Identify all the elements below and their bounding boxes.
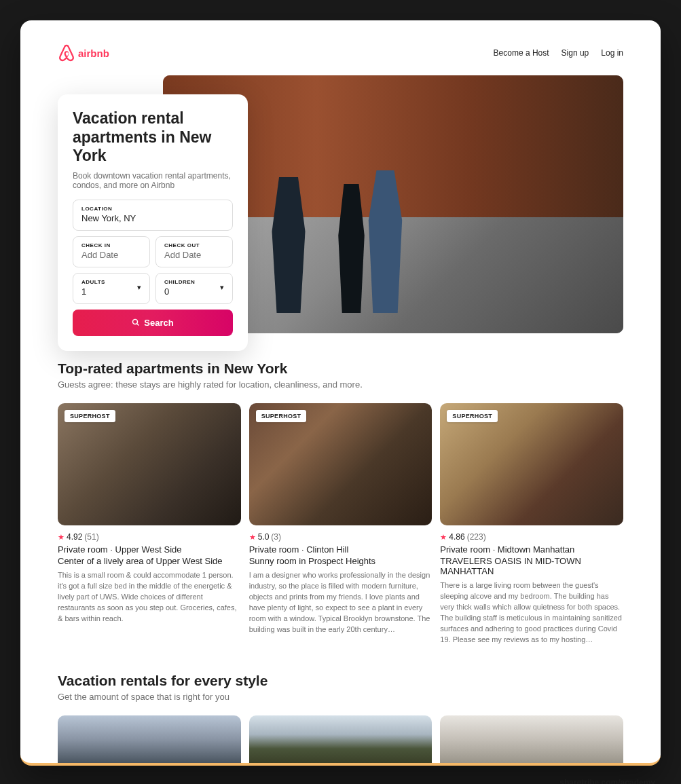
- children-label: CHILDREN: [164, 279, 195, 285]
- rating-count: (3): [271, 532, 281, 542]
- styles-title: Vacation rentals for every style: [58, 673, 623, 689]
- signup-link[interactable]: Sign up: [562, 48, 589, 58]
- nav-links: Become a Host Sign up Log in: [494, 48, 623, 58]
- adults-label: ADULTS: [81, 279, 105, 285]
- listing-image: SUPERHOST: [249, 403, 432, 525]
- listing-description: There is a large living room between the…: [440, 580, 623, 646]
- listing-card[interactable]: SUPERHOST ★ 4.92 (51) Private room · Upp…: [58, 403, 241, 646]
- star-icon: ★: [440, 533, 447, 542]
- superhost-badge: SUPERHOST: [256, 410, 307, 422]
- airbnb-logo-icon: [58, 44, 75, 62]
- attribution: sharetribe.com/academy: [20, 766, 661, 784]
- search-card: Vacation rental apartments in New York B…: [58, 94, 248, 351]
- listing-title: Sunny room in Prospect Heights: [249, 556, 432, 566]
- star-icon: ★: [58, 533, 65, 542]
- brand-name: airbnb: [78, 48, 109, 59]
- listing-location: Private room · Midtown Manhattan: [440, 544, 623, 555]
- search-button-label: Search: [144, 318, 173, 328]
- checkin-label: CHECK IN: [81, 242, 141, 248]
- rating-value: 4.92: [67, 532, 82, 542]
- checkout-value: Add Date: [164, 250, 224, 260]
- listing-title: TRAVELERS OASIS IN MID-TOWN MANHATTAN: [440, 556, 623, 576]
- checkin-field[interactable]: CHECK IN Add Date: [73, 236, 150, 267]
- become-host-link[interactable]: Become a Host: [494, 48, 549, 58]
- style-card[interactable]: [58, 715, 241, 763]
- styles-subtitle: Get the amount of space that is right fo…: [58, 692, 623, 702]
- top-rated-title: Top-rated apartments in New York: [58, 360, 623, 377]
- listing-image: SUPERHOST: [440, 403, 623, 525]
- star-icon: ★: [249, 533, 256, 542]
- adults-value: 1: [81, 286, 105, 297]
- hero-title: Vacation rental apartments in New York: [73, 109, 233, 166]
- svg-line-1: [137, 324, 139, 326]
- top-navigation: airbnb Become a Host Sign up Log in: [58, 44, 623, 62]
- login-link[interactable]: Log in: [601, 48, 623, 58]
- checkout-field[interactable]: CHECK OUT Add Date: [155, 236, 233, 267]
- rating-value: 4.86: [449, 532, 464, 542]
- checkout-label: CHECK OUT: [164, 242, 224, 248]
- listing-card[interactable]: SUPERHOST ★ 5.0 (3) Private room · Clint…: [249, 403, 432, 646]
- hero-section: Vacation rental apartments in New York B…: [58, 75, 623, 333]
- rating-value: 5.0: [258, 532, 270, 542]
- search-button[interactable]: Search: [73, 310, 233, 336]
- adults-select[interactable]: ADULTS 1 ▾: [73, 273, 150, 304]
- listing-description: I am a designer who works professionally…: [249, 570, 432, 635]
- superhost-badge: SUPERHOST: [65, 410, 115, 422]
- search-icon: [132, 318, 140, 326]
- rating-count: (223): [467, 532, 486, 542]
- children-select[interactable]: CHILDREN 0 ▾: [155, 273, 233, 304]
- location-label: LOCATION: [81, 206, 224, 212]
- listing-description: This is a small room & could accommodate…: [58, 570, 241, 624]
- style-card[interactable]: [440, 715, 623, 763]
- brand-logo[interactable]: airbnb: [58, 44, 109, 62]
- listing-location: Private room · Clinton Hill: [249, 544, 432, 555]
- svg-point-0: [133, 320, 138, 324]
- rating-row: ★ 4.92 (51): [58, 532, 241, 542]
- listing-title: Center of a lively area of Upper West Si…: [58, 556, 241, 566]
- chevron-down-icon: ▾: [137, 283, 141, 292]
- location-value: New York, NY: [81, 213, 224, 223]
- listings-row: SUPERHOST ★ 4.92 (51) Private room · Upp…: [58, 403, 623, 646]
- superhost-badge: SUPERHOST: [447, 410, 498, 422]
- hero-subtitle: Book downtown vacation rental apartments…: [73, 171, 233, 190]
- children-value: 0: [164, 286, 195, 297]
- rating-row: ★ 5.0 (3): [249, 532, 432, 542]
- listing-location: Private room · Upper West Side: [58, 544, 241, 555]
- listing-card[interactable]: SUPERHOST ★ 4.86 (223) Private room · Mi…: [440, 403, 623, 646]
- listing-image: SUPERHOST: [58, 403, 241, 525]
- chevron-down-icon: ▾: [220, 283, 224, 292]
- rating-row: ★ 4.86 (223): [440, 532, 623, 542]
- checkin-value: Add Date: [81, 250, 141, 260]
- location-field[interactable]: LOCATION New York, NY: [73, 200, 233, 231]
- top-rated-subtitle: Guests agree: these stays are highly rat…: [58, 379, 623, 390]
- styles-row: [58, 715, 623, 763]
- style-card[interactable]: [249, 715, 432, 763]
- rating-count: (51): [84, 532, 98, 542]
